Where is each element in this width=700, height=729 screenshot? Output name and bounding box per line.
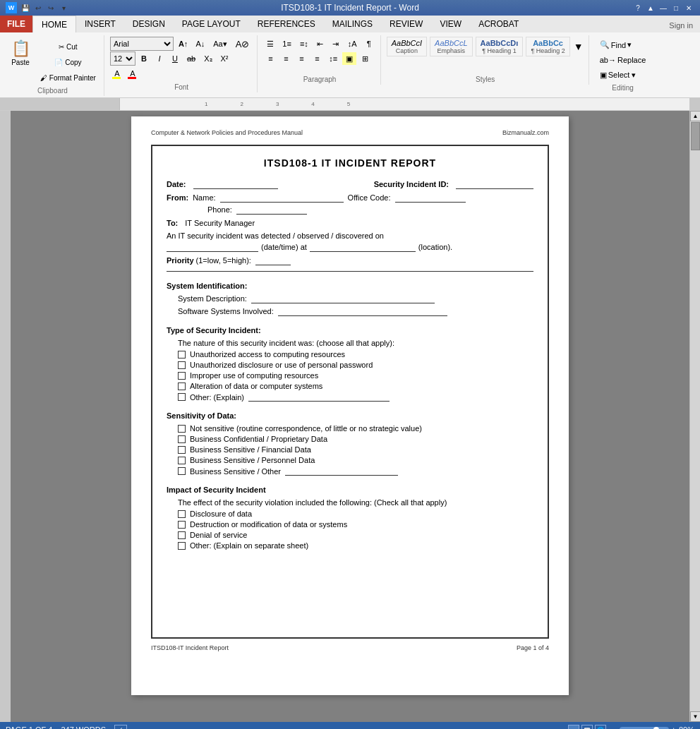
tab-file[interactable]: FILE bbox=[0, 16, 32, 32]
priority-field[interactable] bbox=[255, 256, 291, 265]
clear-format-button[interactable]: A⊘ bbox=[232, 37, 253, 51]
sys-desc-field[interactable] bbox=[251, 294, 435, 303]
font-size-selector[interactable]: 12 bbox=[110, 52, 135, 66]
datetime-field[interactable] bbox=[167, 243, 258, 252]
redo-icon[interactable]: ↪ bbox=[45, 2, 56, 13]
underline-button[interactable]: U bbox=[168, 52, 182, 66]
checkbox-icon-1[interactable] bbox=[178, 351, 186, 359]
phone-field[interactable] bbox=[236, 205, 307, 215]
select-button[interactable]: ▣ Select ▾ bbox=[595, 68, 651, 82]
scroll-thumb[interactable] bbox=[691, 122, 700, 150]
style-caption-button[interactable]: AaBbCcI Caption bbox=[387, 37, 427, 56]
sign-in-link[interactable]: Sign in bbox=[662, 18, 700, 32]
text-highlight-button[interactable]: A bbox=[110, 66, 124, 80]
sens-other-field[interactable] bbox=[285, 466, 398, 476]
impact-checkbox-icon-4[interactable] bbox=[178, 542, 186, 550]
tab-mailings[interactable]: MAILINGS bbox=[324, 16, 381, 32]
copy-button[interactable]: 📄 Copy bbox=[37, 55, 99, 69]
strikethrough-button[interactable]: ab bbox=[183, 52, 199, 66]
tab-home[interactable]: HOME bbox=[32, 16, 76, 32]
line-spacing-button[interactable]: ↕≡ bbox=[325, 52, 341, 66]
checkbox-icon-3[interactable] bbox=[178, 372, 186, 380]
impact-checkbox-icon-1[interactable] bbox=[178, 510, 186, 518]
read-mode-button[interactable]: 📖 bbox=[581, 725, 593, 729]
sens-checkbox-icon-3[interactable] bbox=[178, 446, 186, 454]
decrease-indent-button[interactable]: ⇤ bbox=[313, 37, 327, 51]
date-field[interactable] bbox=[193, 180, 278, 189]
software-field[interactable] bbox=[278, 307, 447, 316]
sens-checkbox-icon-1[interactable] bbox=[178, 425, 186, 433]
scroll-area[interactable]: Computer & Network Policies and Procedur… bbox=[11, 111, 689, 722]
minimize-button[interactable]: — bbox=[658, 3, 669, 13]
date-label: Date: bbox=[167, 180, 186, 188]
checkbox-icon-4[interactable] bbox=[178, 382, 186, 390]
proofing-icon[interactable]: ✓ bbox=[114, 725, 127, 729]
style-emphasis-button[interactable]: AaBbCcL Emphasis bbox=[430, 37, 472, 56]
styles-more-button[interactable]: ▼ bbox=[573, 41, 584, 52]
cut-button[interactable]: ✂ Cut bbox=[37, 40, 99, 54]
checkbox-icon-2[interactable] bbox=[178, 361, 186, 369]
maximize-button[interactable]: □ bbox=[670, 3, 682, 13]
borders-button[interactable]: ⊞ bbox=[358, 52, 372, 66]
superscript-button[interactable]: X² bbox=[217, 52, 232, 66]
scroll-down-button[interactable]: ▼ bbox=[690, 711, 700, 722]
sort-button[interactable]: ↕A bbox=[344, 37, 361, 51]
grow-font-button[interactable]: A↑ bbox=[175, 37, 191, 51]
checkbox-icon-5[interactable] bbox=[178, 393, 186, 401]
impact-checkbox-icon-2[interactable] bbox=[178, 521, 186, 529]
office-code-field[interactable] bbox=[395, 193, 466, 203]
font-color-button[interactable]: A bbox=[126, 66, 140, 80]
type-other-field[interactable] bbox=[248, 392, 390, 402]
format-painter-button[interactable]: 🖌 Format Painter bbox=[37, 71, 99, 85]
shading-button[interactable]: ▣ bbox=[342, 52, 356, 65]
sens-checkbox-icon-4[interactable] bbox=[178, 457, 186, 464]
location-field[interactable] bbox=[310, 243, 416, 252]
align-center-button[interactable]: ≡ bbox=[279, 52, 293, 66]
zoom-out-button[interactable]: − bbox=[612, 725, 616, 729]
tab-insert[interactable]: INSERT bbox=[76, 16, 124, 32]
tab-page-layout[interactable]: PAGE LAYOUT bbox=[174, 16, 249, 32]
increase-indent-button[interactable]: ⇥ bbox=[329, 37, 343, 51]
change-case-button[interactable]: Aa▾ bbox=[210, 37, 230, 51]
tab-design[interactable]: DESIGN bbox=[124, 16, 174, 32]
justify-button[interactable]: ≡ bbox=[310, 52, 324, 66]
multilevel-button[interactable]: ≡↕ bbox=[296, 37, 312, 51]
align-left-button[interactable]: ≡ bbox=[263, 52, 277, 66]
tab-review[interactable]: REVIEW bbox=[381, 16, 431, 32]
impact-checkbox-icon-3[interactable] bbox=[178, 531, 186, 539]
bullets-button[interactable]: ☰ bbox=[263, 37, 277, 51]
style-heading2-button[interactable]: AaBbCc ¶ Heading 2 bbox=[526, 37, 569, 56]
tab-references[interactable]: REFERENCES bbox=[249, 16, 324, 32]
print-layout-button[interactable]: ▭ bbox=[568, 725, 579, 729]
customize-icon[interactable]: ▾ bbox=[58, 2, 69, 13]
sens-checkbox-icon-2[interactable] bbox=[178, 435, 186, 443]
web-layout-button[interactable]: 🌐 bbox=[595, 725, 606, 729]
font-name-selector[interactable]: Arial bbox=[110, 37, 174, 51]
subscript-button[interactable]: X₂ bbox=[200, 52, 215, 66]
show-formatting-button[interactable]: ¶ bbox=[362, 37, 376, 51]
security-id-field[interactable] bbox=[456, 180, 533, 189]
close-button[interactable]: ✕ bbox=[683, 3, 694, 13]
find-button[interactable]: 🔍 Find ▾ bbox=[595, 38, 651, 52]
align-right-button[interactable]: ≡ bbox=[294, 52, 308, 66]
sens-checkbox-icon-5[interactable] bbox=[178, 467, 186, 475]
ribbon-toggle-button[interactable]: ▲ bbox=[645, 3, 656, 13]
bold-button[interactable]: B bbox=[137, 52, 151, 66]
scroll-track[interactable] bbox=[690, 121, 700, 711]
paste-button[interactable]: 📋 Paste bbox=[6, 37, 35, 68]
tab-view[interactable]: VIEW bbox=[431, 16, 470, 32]
italic-button[interactable]: I bbox=[152, 52, 167, 66]
numbering-button[interactable]: 1≡ bbox=[279, 37, 295, 51]
undo-icon[interactable]: ↩ bbox=[32, 2, 44, 13]
save-icon[interactable]: 💾 bbox=[20, 2, 31, 13]
name-field[interactable] bbox=[220, 193, 344, 203]
style-heading1-button[interactable]: AaBbCcDı ¶ Heading 1 bbox=[476, 37, 524, 56]
shrink-font-button[interactable]: A↓ bbox=[192, 37, 208, 51]
scroll-up-button[interactable]: ▲ bbox=[690, 111, 700, 121]
replace-button[interactable]: ab→ Replace bbox=[595, 54, 651, 66]
help-button[interactable]: ? bbox=[632, 3, 644, 13]
tab-acrobat[interactable]: ACROBAT bbox=[470, 16, 527, 32]
impact-checkbox-1: Disclosure of data bbox=[178, 510, 533, 518]
vertical-scrollbar[interactable]: ▲ ▼ bbox=[689, 111, 700, 722]
zoom-in-button[interactable]: + bbox=[672, 725, 676, 729]
